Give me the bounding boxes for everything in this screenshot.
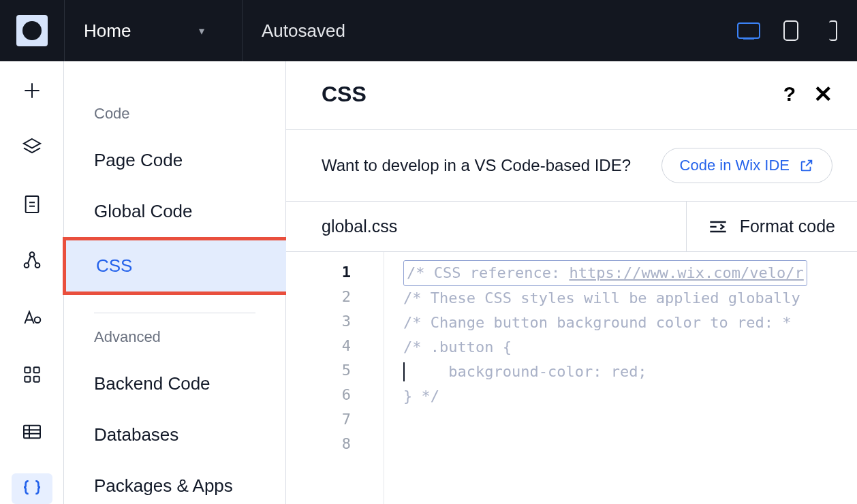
code-line: background-color: red; bbox=[403, 360, 857, 384]
mobile-icon bbox=[829, 20, 837, 41]
code-line: } */ bbox=[403, 384, 857, 409]
sidebar-item-backend-code[interactable]: Backend Code bbox=[64, 358, 285, 409]
tablet-preview-button[interactable] bbox=[779, 22, 803, 40]
device-preview-group bbox=[737, 22, 857, 40]
code-in-wix-ide-button[interactable]: Code in Wix IDE bbox=[661, 148, 832, 183]
ide-prompt-text: Want to develop in a VS Code-based IDE? bbox=[322, 156, 631, 175]
save-status: Autosaved bbox=[243, 20, 364, 42]
svg-rect-0 bbox=[25, 196, 38, 212]
svg-rect-7 bbox=[25, 377, 30, 382]
tool-rail bbox=[0, 61, 64, 504]
line-number: 3 bbox=[286, 309, 351, 334]
sidebar-item-global-code[interactable]: Global Code bbox=[64, 186, 285, 237]
sidebar-item-css[interactable]: CSS bbox=[66, 240, 286, 292]
desktop-preview-button[interactable] bbox=[737, 22, 760, 40]
content-panel: CSS ? ✕ Want to develop in a VS Code-bas… bbox=[286, 61, 857, 504]
connections-button[interactable] bbox=[12, 246, 52, 277]
line-number: 7 bbox=[286, 407, 351, 432]
svg-rect-8 bbox=[33, 377, 39, 382]
help-icon[interactable]: ? bbox=[783, 82, 796, 106]
sidebar-item-databases[interactable]: Databases bbox=[64, 409, 285, 460]
sidebar-item-page-code[interactable]: Page Code bbox=[64, 135, 285, 186]
line-gutter: 1 2 3 4 5 6 7 8 bbox=[286, 252, 384, 504]
typography-icon bbox=[21, 307, 43, 329]
sidebar-divider bbox=[94, 313, 255, 313]
format-code-label: Format code bbox=[740, 217, 835, 236]
line-number: 2 bbox=[286, 285, 351, 309]
file-bar: global.css Format code bbox=[286, 202, 857, 252]
svg-point-2 bbox=[24, 264, 29, 268]
braces-icon bbox=[21, 477, 43, 499]
code-line: /* These CSS styles will be applied glob… bbox=[403, 286, 857, 311]
code-sidebar: Code Page Code Global Code CSS Advanced … bbox=[64, 61, 286, 504]
chevron-down-icon: ▾ bbox=[199, 25, 204, 37]
page-icon bbox=[21, 193, 43, 215]
code-line: /* CSS reference: https://www.wix.com/ve… bbox=[403, 260, 857, 286]
line-number: 4 bbox=[286, 334, 351, 358]
top-bar: Home ▾ Autosaved bbox=[0, 0, 857, 61]
page-button[interactable] bbox=[12, 189, 52, 220]
format-code-button[interactable]: Format code bbox=[686, 202, 857, 251]
plus-icon bbox=[21, 80, 43, 101]
svg-rect-5 bbox=[25, 368, 30, 373]
svg-point-1 bbox=[29, 253, 34, 257]
grid-icon bbox=[21, 364, 43, 385]
nodes-icon bbox=[21, 250, 43, 272]
mobile-preview-button[interactable] bbox=[822, 22, 845, 40]
svg-rect-6 bbox=[33, 368, 39, 373]
line-number: 1 bbox=[286, 260, 351, 285]
file-name: global.css bbox=[286, 202, 686, 251]
close-icon[interactable]: ✕ bbox=[813, 80, 832, 108]
css-highlight-box: CSS bbox=[63, 237, 290, 295]
layers-icon bbox=[21, 136, 43, 158]
code-panel-button[interactable] bbox=[12, 473, 52, 505]
line-number: 5 bbox=[286, 358, 351, 383]
sidebar-heading-code: Code bbox=[64, 94, 285, 135]
layers-button[interactable] bbox=[12, 132, 52, 163]
code-area[interactable]: /* CSS reference: https://www.wix.com/ve… bbox=[384, 252, 857, 504]
table-icon bbox=[21, 421, 43, 443]
ide-prompt-bar: Want to develop in a VS Code-based IDE? … bbox=[286, 130, 857, 202]
typography-button[interactable] bbox=[12, 302, 52, 334]
panel-title: CSS bbox=[322, 82, 367, 107]
ide-button-label: Code in Wix IDE bbox=[680, 157, 790, 174]
external-link-icon bbox=[799, 158, 814, 173]
app-logo[interactable] bbox=[16, 15, 48, 46]
sidebar-item-packages-apps[interactable]: Packages & Apps bbox=[64, 460, 285, 504]
desktop-icon bbox=[737, 22, 760, 39]
sidebar-heading-advanced: Advanced bbox=[64, 317, 285, 358]
content-header: CSS ? ✕ bbox=[286, 61, 857, 130]
tablet-icon bbox=[783, 20, 798, 41]
code-line: /* .button { bbox=[403, 335, 857, 360]
database-button[interactable] bbox=[12, 416, 52, 447]
page-selector-label: Home bbox=[84, 20, 131, 42]
code-editor[interactable]: 1 2 3 4 5 6 7 8 /* CSS reference: https:… bbox=[286, 252, 857, 504]
line-number: 6 bbox=[286, 383, 351, 407]
apps-button[interactable] bbox=[12, 360, 52, 391]
add-button[interactable] bbox=[12, 75, 52, 106]
svg-point-3 bbox=[35, 264, 40, 268]
svg-point-4 bbox=[34, 317, 40, 323]
page-selector[interactable]: Home ▾ bbox=[65, 20, 242, 42]
code-line: /* Change button background color to red… bbox=[403, 311, 857, 335]
svg-rect-9 bbox=[24, 425, 40, 438]
line-number: 8 bbox=[286, 432, 351, 456]
format-icon bbox=[708, 219, 728, 234]
